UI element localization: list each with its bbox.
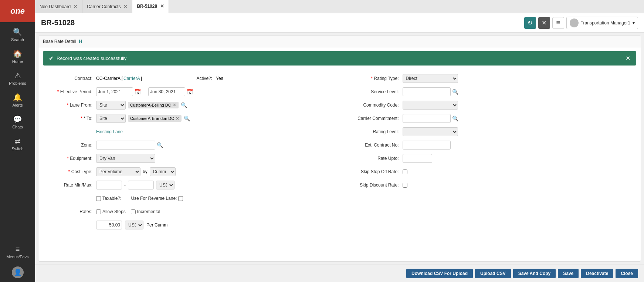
to-row: * To: Site CustomerA-Brandon DC ✕ 🔍 <box>44 114 332 123</box>
sidebar-label-chats: Chats <box>12 125 23 129</box>
effective-period-row: Effective Period: 📅 - 📅 <box>44 87 332 97</box>
lane-from-tag-text: CustomerA-Beijing DC <box>130 103 171 107</box>
existing-lane-link[interactable]: Existing Lane <box>96 129 123 134</box>
lane-from-type-select[interactable]: Site <box>96 101 126 110</box>
incremental-label: Incremental <box>131 209 160 214</box>
use-reverse-checkbox[interactable] <box>178 196 183 201</box>
banner-close-button[interactable]: ✕ <box>626 55 630 62</box>
sidebar-item-switch[interactable]: ⇄ Switch <box>0 133 35 155</box>
save-button[interactable]: Save <box>558 269 579 278</box>
sidebar-item-alerts[interactable]: 🔔 Alerts <box>0 89 35 111</box>
menu-button[interactable]: ≡ <box>552 17 564 29</box>
search-icon: 🔍 <box>13 27 22 36</box>
rate-min-input[interactable] <box>96 181 122 189</box>
close-x-button[interactable]: ✕ <box>538 17 550 29</box>
sidebar-label-home: Home <box>12 59 23 64</box>
equipment-select[interactable]: Dry Van <box>96 154 155 163</box>
commodity-code-label: Commodity Code: <box>347 103 403 108</box>
rating-type-row: Rating Type: Direct <box>347 74 635 83</box>
skip-stop-off-row: Skip Stop Off Rate: <box>347 167 635 177</box>
download-csv-button[interactable]: Download CSV For Upload <box>406 269 473 278</box>
rate-value-input[interactable] <box>96 221 122 229</box>
sidebar-item-problems[interactable]: ⚠ Problems <box>0 67 35 89</box>
sidebar-item-menus[interactable]: ≡ Menus/Favs <box>0 241 35 263</box>
chat-icon: 💬 <box>13 115 22 124</box>
rate-min-max-label: Rate Min/Max: <box>44 182 96 188</box>
service-level-input[interactable] <box>403 87 451 96</box>
contract-bracket: ] <box>141 76 142 81</box>
service-level-search-icon[interactable]: 🔍 <box>452 89 458 95</box>
tab-br-51028-label: BR-51028 <box>137 4 157 9</box>
upload-csv-button[interactable]: Upload CSV <box>475 269 511 278</box>
rate-value-row: USD Per Cumm <box>44 220 332 230</box>
cost-type-unit-select[interactable]: Cumm <box>150 167 176 176</box>
sidebar-item-user-avatar[interactable]: 👤 <box>0 263 35 282</box>
menu-icon: ≡ <box>16 245 20 254</box>
sidebar-item-search[interactable]: 🔍 Search <box>0 24 35 46</box>
date-to-input[interactable] <box>148 87 185 96</box>
tab-carrier-contracts-close[interactable]: ✕ <box>123 4 128 9</box>
rates-options: Allow Steps Incremental <box>96 209 160 214</box>
carrier-a-link[interactable]: CarrierA <box>123 76 140 81</box>
tab-carrier-contracts-label: Carrier Contracts <box>87 4 121 9</box>
lane-from-tags: CustomerA-Beijing DC ✕ <box>128 102 179 108</box>
rate-currency-select[interactable]: USD <box>125 221 143 229</box>
calendar-to-icon[interactable]: 📅 <box>187 89 193 95</box>
use-reverse-text: Use For Reverse Lane: <box>131 196 177 201</box>
zone-search-icon[interactable]: 🔍 <box>157 142 163 148</box>
tab-neo-dashboard[interactable]: Neo Dashboard ✕ <box>35 0 82 13</box>
skip-stop-off-checkbox[interactable] <box>403 169 407 174</box>
form-left: Contract: CC-CarrierA [ CarrierA ] Activ… <box>44 74 332 257</box>
sidebar-item-home[interactable]: 🏠 Home <box>0 46 35 67</box>
rate-per-label: Per Cumm <box>146 222 167 228</box>
lane-from-tag-remove[interactable]: ✕ <box>173 103 176 108</box>
save-and-copy-button[interactable]: Save And Copy <box>513 269 556 278</box>
calendar-from-icon[interactable]: 📅 <box>135 89 141 95</box>
carrier-commitment-search-icon[interactable]: 🔍 <box>452 115 458 121</box>
ext-contract-no-row: Ext. Contract No: <box>347 140 635 150</box>
sidebar-label-alerts: Alerts <box>12 103 23 107</box>
check-icon: ✔ <box>49 55 54 62</box>
rate-max-input[interactable] <box>128 181 154 189</box>
tab-carrier-contracts[interactable]: Carrier Contracts ✕ <box>82 0 132 13</box>
page-title: BR-51028 <box>41 19 524 27</box>
incremental-checkbox[interactable] <box>131 209 136 214</box>
section-h-link[interactable]: H <box>79 39 82 44</box>
zone-input[interactable] <box>96 141 155 150</box>
to-tag-remove[interactable]: ✕ <box>176 116 179 121</box>
rating-type-select[interactable]: Direct <box>403 74 458 83</box>
bell-icon: 🔔 <box>13 93 22 102</box>
incremental-text: Incremental <box>137 209 160 214</box>
sidebar-label-search: Search <box>11 37 24 42</box>
allow-steps-checkbox[interactable] <box>96 209 101 214</box>
header-actions: ↻ ✕ ≡ Transportation Manager1 ▾ <box>524 17 638 29</box>
to-type-select[interactable]: Site <box>96 114 126 123</box>
close-button[interactable]: Close <box>616 269 638 278</box>
lane-from-tag: CustomerA-Beijing DC ✕ <box>128 102 179 108</box>
to-search-icon[interactable]: 🔍 <box>184 115 190 121</box>
skip-discount-checkbox[interactable] <box>403 183 407 188</box>
deactivate-button[interactable]: Deactivate <box>581 269 613 278</box>
equipment-label: Equipment: <box>44 156 96 161</box>
user-dropdown[interactable]: Transportation Manager1 ▾ <box>566 17 638 29</box>
user-name: Transportation Manager1 <box>581 20 630 26</box>
tab-neo-dashboard-close[interactable]: ✕ <box>74 4 78 9</box>
rate-value-controls: USD Per Cumm <box>96 221 167 229</box>
cost-type-label: Cost Type: <box>44 169 96 174</box>
taxable-checkbox[interactable] <box>96 196 101 201</box>
currency-select[interactable]: USD <box>156 181 174 189</box>
refresh-button[interactable]: ↻ <box>524 17 536 29</box>
cost-type-select[interactable]: Per Volume <box>96 167 140 176</box>
ext-contract-no-input[interactable] <box>403 141 451 150</box>
rate-upto-input[interactable] <box>403 154 432 163</box>
sidebar-item-chats[interactable]: 💬 Chats <box>0 111 35 133</box>
lane-from-search-icon[interactable]: 🔍 <box>181 102 187 108</box>
rating-level-select[interactable] <box>403 127 458 136</box>
carrier-commitment-input[interactable] <box>403 114 451 123</box>
tab-br-51028[interactable]: BR-51028 ✕ <box>132 0 169 13</box>
date-from-input[interactable] <box>96 87 133 96</box>
page-header: BR-51028 ↻ ✕ ≡ Transportation Manager1 ▾ <box>35 13 644 33</box>
rate-min-max-row: Rate Min/Max: - USD <box>44 180 332 190</box>
commodity-code-select[interactable] <box>403 101 458 110</box>
tab-br-51028-close[interactable]: ✕ <box>160 3 164 9</box>
